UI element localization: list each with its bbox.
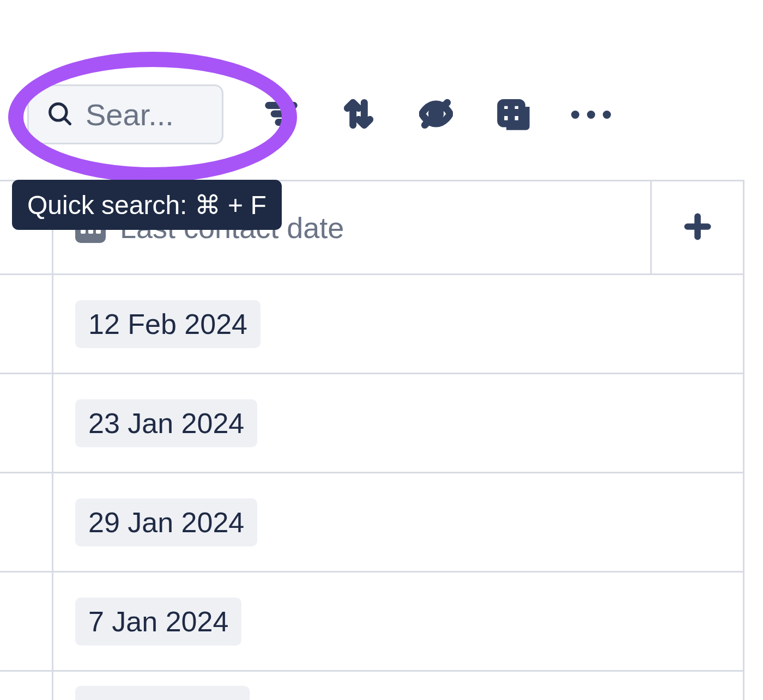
toolbar [0,84,610,144]
table-row[interactable] [0,672,743,700]
date-chip[interactable]: 12 Feb 2024 [75,300,261,348]
sort-icon [342,97,376,132]
search-icon [45,99,74,130]
more-icon [571,111,611,119]
date-chip[interactable] [75,686,250,700]
table-row[interactable]: 29 Jan 2024 [0,473,743,573]
table-row[interactable]: 12 Feb 2024 [0,275,743,374]
date-chip[interactable]: 29 Jan 2024 [75,498,257,546]
table-row[interactable]: 7 Jan 2024 [0,573,743,672]
table-row[interactable]: 23 Jan 2024 [0,374,743,473]
filter-icon [264,97,298,132]
row-handle[interactable] [0,374,53,472]
svg-line-1 [64,118,70,124]
hide-columns-button[interactable] [416,95,456,134]
row-cell[interactable]: 29 Jan 2024 [53,498,743,546]
data-table: Last contact date 12 Feb 202423 Jan 2024… [0,180,763,700]
row-handle[interactable] [0,473,53,571]
row-handle[interactable] [0,573,53,670]
row-handle[interactable] [0,275,53,373]
eye-off-icon [419,97,453,132]
table-layout-icon [496,97,530,132]
sort-button[interactable] [339,95,378,134]
filter-button[interactable] [262,95,301,134]
search-box[interactable] [27,84,223,144]
add-column-button[interactable] [682,211,713,244]
search-tooltip: Quick search: ⌘ + F [12,180,282,230]
more-button[interactable] [571,95,610,134]
row-cell[interactable]: 12 Feb 2024 [53,300,743,348]
date-chip[interactable]: 23 Jan 2024 [75,399,257,447]
plus-icon [682,235,713,244]
date-chip[interactable]: 7 Jan 2024 [75,598,241,646]
layout-button[interactable] [494,95,533,134]
row-cell[interactable]: 23 Jan 2024 [53,399,743,447]
row-cell[interactable]: 7 Jan 2024 [53,598,743,646]
